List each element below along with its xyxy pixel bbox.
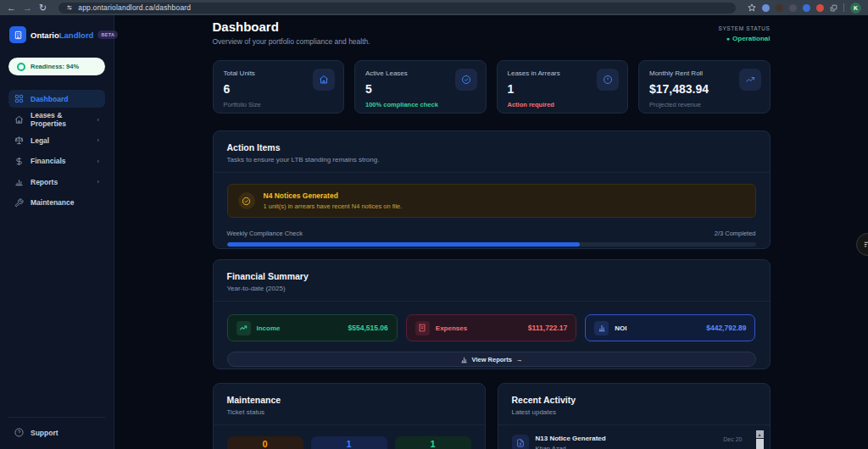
action-items-panel: Action Items Tasks to ensure your LTB st… [213, 130, 771, 249]
divider [498, 424, 770, 425]
panel-subtitle: Ticket status [227, 408, 471, 416]
page-subtitle: Overview of your portfolio compliance an… [213, 37, 771, 46]
browser-toolbar: ← → ↻ app.ontariolandlord.ca/dashboard K [0, 0, 868, 15]
stat-sub: Action required [508, 101, 618, 108]
trend-up-icon [739, 69, 761, 91]
chevron-right-icon: › [97, 116, 100, 124]
readiness-ring-icon [17, 63, 25, 71]
progress-fill [227, 242, 580, 247]
site-settings-icon [66, 4, 73, 11]
progress-row: Weekly Compliance Check 2/3 Completed [227, 230, 756, 237]
view-reports-button[interactable]: View Reports → [227, 352, 756, 367]
sidebar-item-label: Dashboard [31, 95, 68, 103]
financial-metrics-row: Income $554,515.06 Expenses $111,722.17 … [227, 314, 756, 341]
extension-icon[interactable] [776, 4, 783, 12]
recent-activity-panel: Recent Activity Latest updates N13 Notic… [498, 383, 771, 449]
alert-description: 1 unit(s) in arrears have recent N4 noti… [264, 202, 403, 210]
activity-list-item[interactable]: N13 Notice Generated Khan Azad Dec 20 [512, 435, 756, 449]
extension-icon[interactable] [762, 4, 770, 12]
stat-sub: Portfolio Size [224, 101, 334, 108]
stat-card-leases-in-arrears: Leases in Arrears 1 Action required [497, 60, 629, 114]
browser-profile-avatar[interactable]: K [850, 3, 861, 14]
status-dot-icon: ● [726, 36, 730, 42]
browser-refresh-button[interactable]: ↻ [39, 0, 47, 15]
sidebar-item-maintenance[interactable]: Maintenance [8, 194, 105, 212]
readiness-pill[interactable]: Readiness: 94% [8, 58, 105, 75]
receipt-icon [415, 321, 430, 335]
sidebar-item-label: Legal [31, 136, 49, 145]
ticket-count-open: 0 [227, 436, 303, 449]
divider [214, 172, 770, 173]
income-metric: Income $554,515.06 [227, 314, 398, 341]
extension-icon[interactable] [816, 4, 824, 12]
progress-status: 2/3 Completed [715, 230, 756, 237]
system-status-value: ●Operational [718, 35, 770, 42]
chevron-right-icon: › [97, 136, 100, 144]
ticket-count-resolved: 1 [395, 436, 471, 449]
divider [214, 424, 485, 425]
panel-subtitle: Latest updates [512, 408, 756, 416]
activity-scrollbar[interactable]: ▲ [756, 430, 764, 449]
compliance-progress-bar [227, 242, 756, 247]
metric-label: Expenses [436, 324, 467, 332]
sidebar-item-reports[interactable]: Reports › [8, 173, 105, 191]
browser-forward-button[interactable]: → [23, 0, 32, 15]
arrow-right-icon: → [516, 356, 523, 363]
scales-icon [14, 136, 24, 145]
sidebar-item-support[interactable]: Support [8, 417, 105, 437]
sidebar-item-label: Reports [31, 178, 58, 186]
n4-notices-alert[interactable]: N4 Notices Generated 1 unit(s) in arrear… [227, 184, 756, 218]
readiness-label: Readiness: 94% [31, 63, 79, 70]
activity-date: Dec 20 [723, 435, 742, 442]
metric-label: Income [257, 324, 281, 332]
toolbar-divider [843, 3, 844, 12]
metric-value: $111,722.17 [528, 324, 567, 332]
extension-icon[interactable] [789, 4, 797, 12]
financial-summary-panel: Financial Summary Year-to-date (2025) In… [213, 259, 771, 369]
scrollbar-up-arrow[interactable]: ▲ [756, 430, 764, 438]
sidebar-item-financials[interactable]: Financials › [8, 152, 105, 170]
stat-card-monthly-rent-roll: Monthly Rent Roll $17,483.94 Projected r… [638, 60, 771, 114]
noi-metric: NOI $442,792.89 [585, 314, 755, 341]
stat-card-total-units: Total Units 6 Portfolio Size [213, 60, 345, 114]
divider [214, 301, 770, 302]
main-content: Dashboard Overview of your portfolio com… [114, 15, 868, 449]
sidebar-item-legal[interactable]: Legal › [8, 131, 105, 149]
sidebar-item-label: Leases & Properties [31, 111, 91, 128]
sidebar-item-label: Maintenance [31, 198, 75, 207]
sidebar: OntarioLandlord BETA Readiness: 94% Dash… [0, 15, 114, 449]
stat-sub: Projected revenue [649, 101, 760, 108]
browser-back-button[interactable]: ← [7, 0, 16, 15]
chevron-right-icon: › [97, 158, 100, 165]
check-circle-icon [455, 69, 477, 91]
sidebar-item-dashboard[interactable]: Dashboard [8, 90, 105, 108]
ticket-count-in-progress: 1 [311, 436, 387, 449]
grid-icon [14, 94, 24, 103]
stats-row: Total Units 6 Portfolio Size Active Leas… [213, 60, 771, 114]
dollar-icon [14, 157, 24, 166]
panel-title: Financial Summary [227, 271, 756, 281]
extension-icon[interactable] [803, 4, 810, 12]
page-title: Dashboard [213, 19, 771, 34]
address-bar[interactable]: app.ontariolandlord.ca/dashboard [58, 3, 736, 14]
expenses-metric: Expenses $111,722.17 [406, 314, 576, 341]
view-reports-label: View Reports [472, 356, 512, 363]
chevron-right-icon: › [97, 178, 100, 186]
stat-sub: 100% compliance check [365, 101, 476, 108]
stat-card-active-leases: Active Leases 5 100% compliance check [354, 60, 487, 114]
panel-title: Maintenance [227, 395, 471, 405]
bookmark-star-icon[interactable] [748, 3, 756, 12]
activity-subtitle: Khan Azad [536, 445, 606, 449]
home-icon [14, 115, 24, 125]
system-status-label: SYSTEM STATUS [718, 25, 770, 31]
tab-groups-icon[interactable] [830, 4, 837, 12]
metric-value: $554,515.06 [348, 324, 388, 332]
activity-title: N13 Notice Generated [536, 435, 606, 442]
wrench-icon [14, 198, 24, 208]
bottom-row: Maintenance Ticket status 0 1 1 Recent A… [213, 383, 771, 449]
trend-up-icon [236, 321, 251, 335]
support-label: Support [31, 429, 58, 437]
sidebar-item-leases-properties[interactable]: Leases & Properties › [8, 111, 105, 129]
scrollbar-thumb[interactable] [756, 439, 764, 449]
metric-label: NOI [615, 324, 626, 332]
